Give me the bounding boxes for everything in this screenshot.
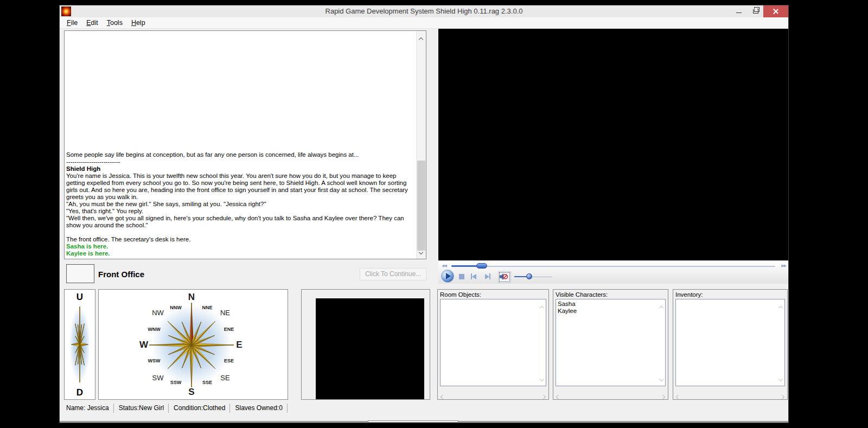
- list-scroll-left-icon[interactable]: [441, 391, 444, 401]
- compass-ssw[interactable]: SSW: [170, 380, 182, 385]
- compass-se[interactable]: SE: [220, 374, 229, 382]
- compass-nnw[interactable]: NNW: [170, 305, 182, 310]
- list-scroll-up-icon[interactable]: [779, 302, 782, 312]
- list-scroll-right-icon[interactable]: [542, 391, 545, 401]
- mute-button[interactable]: [498, 271, 511, 283]
- window-bottom-grip: [368, 420, 458, 423]
- play-button[interactable]: [441, 270, 454, 283]
- room-image-panel: [301, 289, 430, 400]
- compass-sw[interactable]: SW: [152, 374, 164, 382]
- story-scrollbar[interactable]: [416, 31, 426, 259]
- list-scroll-left-icon[interactable]: [557, 391, 560, 401]
- visible-characters-label: Visible Characters:: [556, 291, 608, 298]
- stop-button[interactable]: [459, 274, 464, 279]
- elevation-panel: U D: [64, 289, 95, 400]
- inventory-label: Inventory:: [675, 291, 703, 298]
- compass-ene[interactable]: ENE: [224, 327, 234, 332]
- story-separator: --------------------------: [66, 158, 416, 165]
- character-link-kaylee[interactable]: Kaylee is here.: [66, 250, 416, 257]
- seek-track[interactable]: [451, 266, 775, 267]
- menu-tools[interactable]: Tools: [103, 17, 127, 28]
- story-blank-line: [66, 229, 416, 236]
- elevation-needle-icon[interactable]: [67, 304, 93, 385]
- next-button[interactable]: [485, 273, 490, 279]
- volume-track[interactable]: [529, 277, 552, 278]
- room-objects-panel: Room Objects:: [437, 289, 549, 400]
- continue-button[interactable]: Click To Continue...: [360, 268, 426, 280]
- rewind-icon[interactable]: ◀◀: [442, 264, 446, 268]
- compass-wsw[interactable]: WSW: [148, 358, 161, 363]
- list-item[interactable]: Kaylee: [558, 308, 577, 315]
- restore-icon: [753, 9, 758, 14]
- compass-ese[interactable]: ESE: [224, 358, 234, 363]
- visible-characters-panel: Visible Characters: Sasha Kaylee: [553, 289, 668, 400]
- compass-n[interactable]: N: [188, 292, 195, 303]
- story-room-heading: Shield High: [66, 165, 416, 173]
- close-button[interactable]: [763, 5, 788, 17]
- down-direction-button[interactable]: D: [65, 387, 95, 398]
- list-scroll-down-icon[interactable]: [540, 373, 544, 383]
- list-hscrollbar[interactable]: [675, 389, 785, 397]
- fast-forward-icon[interactable]: ▶▶: [781, 264, 786, 268]
- compass-s[interactable]: S: [188, 387, 194, 398]
- compass-sse[interactable]: SSE: [202, 380, 212, 385]
- list-scroll-up-icon[interactable]: [540, 302, 544, 312]
- app-window: Rapid Game Development System Shield Hig…: [60, 5, 788, 423]
- scroll-up-icon[interactable]: [419, 34, 423, 43]
- status-slaves-owned: Slaves Owned:0: [233, 404, 287, 413]
- previous-button[interactable]: [471, 273, 476, 279]
- compass-panel: N NNE NE ENE E ESE SE SSE S SSW SW WSW W…: [98, 289, 288, 400]
- list-scroll-right-icon[interactable]: [781, 391, 784, 401]
- title-bar: Rapid Game Development System Shield Hig…: [60, 5, 788, 18]
- video-display: [438, 29, 788, 260]
- close-icon: [773, 9, 778, 14]
- story-textbox[interactable]: Some people say life begins at conceptio…: [64, 30, 426, 259]
- list-item[interactable]: Sasha: [558, 301, 577, 308]
- list-scroll-right-icon[interactable]: [661, 391, 665, 401]
- up-direction-button[interactable]: U: [65, 292, 95, 303]
- list-hscrollbar[interactable]: [440, 389, 546, 397]
- room-objects-label: Room Objects:: [440, 291, 481, 298]
- scrollbar-thumb[interactable]: [417, 161, 425, 251]
- visible-characters-list[interactable]: Sasha Kaylee: [556, 299, 666, 386]
- compass-wnw[interactable]: WNW: [148, 327, 161, 332]
- list-scroll-up-icon[interactable]: [660, 302, 663, 312]
- minimize-button[interactable]: [731, 5, 747, 17]
- compass-ne[interactable]: NE: [220, 309, 230, 317]
- list-scroll-down-icon[interactable]: [660, 373, 663, 383]
- story-line: The front office. The secretary's desk i…: [66, 236, 416, 243]
- window-title: Rapid Game Development System Shield Hig…: [60, 7, 788, 15]
- list-scroll-left-icon[interactable]: [676, 391, 680, 401]
- inventory-list[interactable]: [675, 299, 785, 386]
- list-hscrollbar[interactable]: [556, 389, 666, 397]
- restore-button[interactable]: [747, 5, 763, 17]
- story-line: "Yes, that's right." You reply.: [66, 208, 416, 215]
- volume-thumb[interactable]: [526, 273, 532, 279]
- story-line: Some people say life begins at conceptio…: [66, 151, 416, 158]
- room-objects-list[interactable]: [440, 299, 546, 386]
- compass-w[interactable]: W: [139, 340, 148, 350]
- muted-speaker-icon: [499, 273, 508, 280]
- room-image: [316, 298, 424, 399]
- story-line: You're name is Jessica. This is your twe…: [66, 173, 416, 201]
- character-link-sasha[interactable]: Sasha is here.: [66, 243, 416, 250]
- status-condition: Condition:Clothed: [171, 404, 230, 413]
- compass-rose-icon[interactable]: [99, 290, 288, 399]
- status-status: Status:New Girl: [117, 404, 169, 413]
- status-bar: Name: Jessica Status:New Girl Condition:…: [64, 402, 290, 414]
- compass-nw[interactable]: NW: [152, 309, 164, 317]
- menu-file[interactable]: File: [62, 17, 82, 28]
- compass-e[interactable]: E: [236, 340, 242, 350]
- menu-help[interactable]: Help: [127, 17, 150, 28]
- menu-bar: File Edit Tools Help: [60, 17, 788, 29]
- compass-nne[interactable]: NNE: [202, 305, 212, 310]
- menu-edit[interactable]: Edit: [82, 17, 103, 28]
- list-scroll-down-icon[interactable]: [779, 373, 782, 383]
- scroll-down-icon[interactable]: [419, 246, 423, 256]
- status-name: Name: Jessica: [64, 404, 114, 413]
- inventory-panel: Inventory:: [673, 289, 788, 400]
- room-thumbnail: [66, 264, 94, 283]
- seek-thumb[interactable]: [476, 263, 487, 269]
- room-name: Front Office: [98, 270, 144, 279]
- story-line: "Well then, we've got you all signed in,…: [66, 215, 416, 229]
